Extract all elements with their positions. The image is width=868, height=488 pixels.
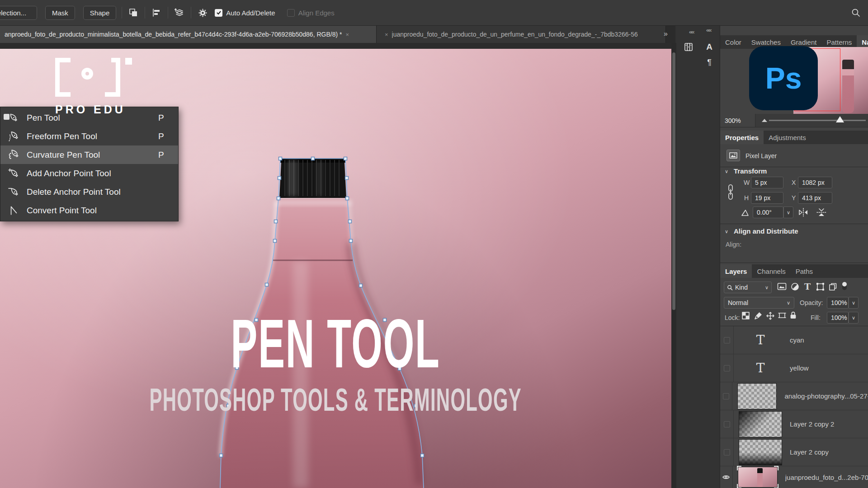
transform-header[interactable]: Transform — [734, 167, 767, 175]
search-icon[interactable] — [850, 7, 862, 19]
menu-item-add-anchor-point-tool[interactable]: Add Anchor Point Tool — [0, 164, 178, 183]
path-arrangement-icon[interactable] — [174, 7, 185, 19]
auto-add-delete-checkbox[interactable] — [215, 9, 222, 17]
x-field[interactable]: 1082 px — [798, 177, 832, 188]
active-tool-indicator — [4, 114, 9, 120]
lock-label: Lock: — [725, 314, 740, 321]
zoom-out-icon[interactable] — [762, 119, 767, 122]
layer-name: Layer 2 copy — [790, 448, 829, 456]
align-distribute-header[interactable]: Align and Distribute — [734, 227, 798, 235]
fill-field[interactable]: 100% — [827, 312, 849, 324]
filter-toggle-icon[interactable] — [841, 281, 848, 291]
filter-pixel-layers-icon[interactable] — [777, 282, 787, 291]
visibility-toggle[interactable] — [720, 410, 734, 438]
path-alignment-icon[interactable] — [151, 7, 162, 19]
x-label: X — [792, 179, 796, 186]
document-tab-active[interactable]: anproedu_foto_de_producto_minimalista_bo… — [0, 26, 377, 43]
menu-item-shortcut: P — [158, 113, 178, 123]
align-edges-label: Align Edges — [298, 9, 335, 17]
document-tab-title: anproedu_foto_de_producto_minimalista_bo… — [5, 31, 342, 38]
close-icon[interactable]: × — [345, 31, 349, 38]
lock-transparency-icon[interactable] — [742, 312, 750, 319]
layer-row-layer2copy2[interactable]: Layer 2 copy 2 — [720, 410, 868, 438]
flip-horizontal-icon[interactable] — [798, 207, 809, 219]
layer-thumbnail[interactable] — [738, 467, 777, 487]
layer-name: juanproedu_foto_d...2eb-7069 — [785, 474, 868, 481]
collapse-dock-icon[interactable]: «« — [689, 28, 693, 35]
lock-pixels-icon[interactable] — [755, 312, 762, 319]
menu-item-curvature-pen-tool[interactable]: Curvature Pen Tool P — [0, 145, 178, 164]
lock-artboard-icon[interactable] — [778, 312, 786, 319]
visibility-toggle[interactable] — [720, 466, 733, 488]
tab-color[interactable]: Color — [720, 35, 746, 49]
layer-row-cyan[interactable]: T cyan — [720, 326, 868, 354]
y-label: Y — [792, 194, 796, 202]
lock-all-icon[interactable] — [790, 311, 797, 319]
layer-row-juanproedu[interactable]: juanproedu_foto_d...2eb-7069 — [720, 466, 868, 488]
navigator-zoom-field[interactable]: 300% — [720, 114, 755, 127]
menu-item-delete-anchor-point-tool[interactable]: Delete Anchor Point Tool — [0, 183, 178, 201]
opacity-dropdown-chevron[interactable]: ∨ — [849, 297, 859, 309]
collapse-dock-icon[interactable]: «« — [706, 27, 711, 33]
fill-dropdown-chevron[interactable]: ∨ — [849, 312, 859, 324]
close-icon[interactable]: × — [385, 31, 388, 38]
logo-right-bracket-top-icon — [111, 58, 120, 69]
link-dimensions-icon[interactable] — [726, 183, 735, 203]
opacity-field[interactable]: 100% — [827, 297, 849, 309]
layer-row-layer2copy[interactable]: Layer 2 copy — [720, 438, 868, 466]
tab-overflow-chevron[interactable]: » — [664, 30, 668, 38]
zoom-slider-thumb[interactable] — [836, 116, 844, 122]
flip-vertical-icon[interactable] — [816, 207, 827, 219]
visibility-toggle[interactable] — [720, 438, 734, 466]
chevron-down-icon[interactable]: ∨ — [725, 169, 728, 174]
layer-thumbnail[interactable] — [739, 440, 782, 465]
angle-field[interactable]: 0.00° — [753, 206, 783, 218]
document-tab-inactive[interactable]: × juanproedu_foto_de_producto_de_un_perf… — [377, 26, 666, 43]
layer-row-analog[interactable]: analog-photography...05-27-53 — [720, 382, 868, 410]
height-field[interactable]: 19 px — [751, 192, 783, 204]
character-panel-icon[interactable]: A — [703, 40, 716, 54]
align-edges-checkbox[interactable] — [287, 9, 295, 17]
panel-icon-grid[interactable] — [682, 40, 695, 54]
chevron-down-icon[interactable]: ∨ — [725, 229, 728, 235]
filter-type-layers-icon[interactable]: T — [804, 282, 811, 291]
tab-properties[interactable]: Properties — [720, 131, 764, 144]
canvas-area[interactable]: PEN TOOL PHOTOSHOP TOOLS & TERMINOLOGY P… — [0, 43, 675, 488]
blend-mode-select[interactable]: Normal ∨ — [724, 297, 794, 309]
filter-smart-objects-icon[interactable] — [829, 282, 837, 291]
shape-button[interactable]: Shape — [83, 6, 116, 20]
scrollbar-thumb[interactable] — [672, 52, 675, 310]
y-field[interactable]: 413 px — [798, 192, 832, 204]
layer-thumbnail[interactable] — [738, 384, 776, 409]
visibility-toggle[interactable] — [720, 382, 732, 410]
gear-icon[interactable] — [197, 7, 208, 19]
lock-position-icon[interactable] — [766, 312, 774, 320]
document-image[interactable]: PEN TOOL PHOTOSHOP TOOLS & TERMINOLOGY P… — [0, 49, 671, 488]
visibility-toggle[interactable] — [720, 354, 734, 382]
vertical-scrollbar[interactable] — [671, 43, 676, 488]
navigator-zoom-slider[interactable] — [769, 120, 866, 121]
path-operations-icon[interactable] — [127, 7, 139, 19]
delete-anchor-point-tool-icon — [0, 186, 27, 198]
filter-adjustment-layers-icon[interactable] — [791, 282, 799, 291]
width-field[interactable]: 5 px — [751, 177, 783, 188]
angle-dropdown-chevron[interactable]: ∨ — [783, 206, 793, 218]
menu-item-convert-point-tool[interactable]: Convert Point Tool — [0, 201, 178, 220]
paragraph-panel-icon[interactable]: ¶ — [703, 56, 716, 69]
convert-point-tool-icon — [0, 205, 27, 216]
tab-adjustments[interactable]: Adjustments — [764, 131, 811, 144]
type-layer-icon: T — [739, 361, 782, 375]
tab-paths[interactable]: Paths — [791, 264, 818, 278]
menu-item-freeform-pen-tool[interactable]: Freeform Pen Tool P — [0, 127, 178, 145]
canvas-title-text: PEN TOOL — [231, 309, 440, 378]
visibility-toggle[interactable] — [720, 326, 734, 354]
filter-shape-layers-icon[interactable] — [816, 282, 825, 291]
selection-button[interactable]: election... — [0, 6, 37, 20]
layer-filter-kind-select[interactable]: Kind ∨ — [724, 282, 772, 293]
tab-channels[interactable]: Channels — [752, 264, 790, 278]
tab-layers[interactable]: Layers — [720, 264, 752, 278]
layer-thumbnail[interactable] — [739, 412, 782, 437]
mask-button[interactable]: Mask — [45, 6, 75, 20]
menu-item-label: Freeform Pen Tool — [27, 131, 158, 141]
layer-row-yellow[interactable]: T yellow — [720, 354, 868, 382]
